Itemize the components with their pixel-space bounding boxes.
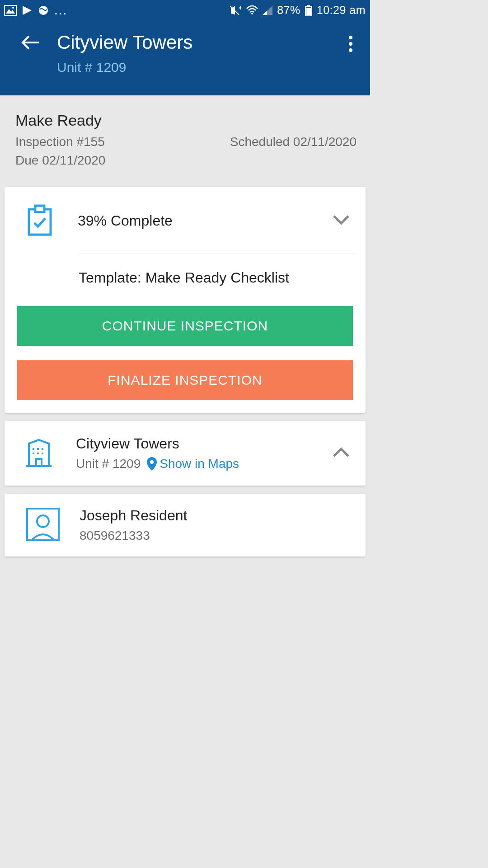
app-header: Cityview Towers Unit # 1209 xyxy=(0,20,370,95)
svg-point-27 xyxy=(37,515,49,527)
map-pin-icon xyxy=(147,457,157,471)
person-icon xyxy=(26,508,60,543)
inspection-number: Inspection #155 xyxy=(15,133,105,151)
svg-point-2 xyxy=(12,7,14,9)
resident-row[interactable]: Joseph Resident 8059621333 xyxy=(15,507,355,543)
svg-rect-26 xyxy=(27,509,59,540)
resident-phone: 8059621333 xyxy=(80,528,187,543)
building-icon xyxy=(26,438,52,469)
inspection-scheduled: Scheduled 02/11/2020 xyxy=(230,133,357,170)
gallery-icon xyxy=(5,5,16,15)
show-in-maps-link[interactable]: Show in Maps xyxy=(147,457,239,471)
svg-rect-24 xyxy=(36,459,42,466)
page-title: Cityview Towers xyxy=(57,32,345,53)
svg-point-5 xyxy=(251,13,253,14)
progress-card: 39% Complete Template: Make Ready Checkl… xyxy=(5,187,366,413)
property-row[interactable]: Cityview Towers Unit # 1209 Show in Maps xyxy=(15,435,355,471)
svg-point-13 xyxy=(349,42,352,46)
inspection-due: Due 02/11/2020 xyxy=(15,151,105,170)
page-subtitle: Unit # 1209 xyxy=(57,60,345,75)
template-label: Template: Make Ready Checklist xyxy=(79,269,355,286)
ellipsis-icon: ... xyxy=(54,3,67,18)
battery-icon xyxy=(305,5,312,16)
svg-marker-6 xyxy=(263,6,272,15)
more-menu-button[interactable] xyxy=(345,33,357,56)
property-card: Cityview Towers Unit # 1209 Show in Maps xyxy=(5,421,366,486)
svg-point-12 xyxy=(349,36,352,39)
resident-name: Joseph Resident xyxy=(80,507,187,524)
progress-label: 39% Complete xyxy=(78,212,173,229)
divider xyxy=(79,254,355,254)
svg-point-25 xyxy=(150,460,154,464)
svg-rect-0 xyxy=(5,5,16,15)
resident-card: Joseph Resident 8059621333 xyxy=(5,494,366,557)
status-right-icons: 87% 10:29 am xyxy=(229,4,366,17)
globe-icon xyxy=(38,5,49,16)
status-left-icons: ... xyxy=(5,3,67,18)
progress-row[interactable]: 39% Complete xyxy=(15,204,355,237)
svg-rect-23 xyxy=(42,453,43,454)
svg-point-14 xyxy=(349,48,352,52)
svg-rect-10 xyxy=(306,8,311,15)
more-vertical-icon xyxy=(348,35,353,52)
finalize-inspection-button[interactable]: FINALIZE INSPECTION xyxy=(17,360,353,400)
back-button[interactable] xyxy=(22,35,40,52)
clock-time: 10:29 am xyxy=(317,4,366,17)
continue-inspection-button[interactable]: CONTINUE INSPECTION xyxy=(17,306,353,346)
svg-marker-3 xyxy=(23,6,32,15)
svg-rect-22 xyxy=(37,453,39,454)
svg-marker-1 xyxy=(6,9,15,14)
wifi-icon xyxy=(246,6,258,15)
status-bar: ... 87% 10:29 am xyxy=(0,0,370,20)
chevron-up-icon xyxy=(332,447,350,460)
play-store-icon xyxy=(22,5,33,16)
svg-rect-20 xyxy=(42,448,43,450)
property-name: Cityview Towers xyxy=(76,435,332,452)
chevron-down-icon xyxy=(332,214,350,227)
svg-marker-7 xyxy=(263,11,267,15)
svg-rect-18 xyxy=(33,448,34,450)
svg-rect-21 xyxy=(33,453,34,454)
inspection-type: Make Ready xyxy=(15,112,357,129)
inspection-header: Make Ready Inspection #155 Due 02/11/202… xyxy=(0,95,370,187)
vibrate-icon xyxy=(229,5,242,16)
signal-icon xyxy=(263,6,272,15)
svg-rect-19 xyxy=(37,448,39,450)
svg-rect-16 xyxy=(35,206,44,212)
battery-percent: 87% xyxy=(277,4,300,17)
map-link-label: Show in Maps xyxy=(160,457,239,471)
property-unit: Unit # 1209 xyxy=(76,457,141,471)
arrow-left-icon xyxy=(22,35,40,50)
clipboard-check-icon xyxy=(26,204,53,237)
